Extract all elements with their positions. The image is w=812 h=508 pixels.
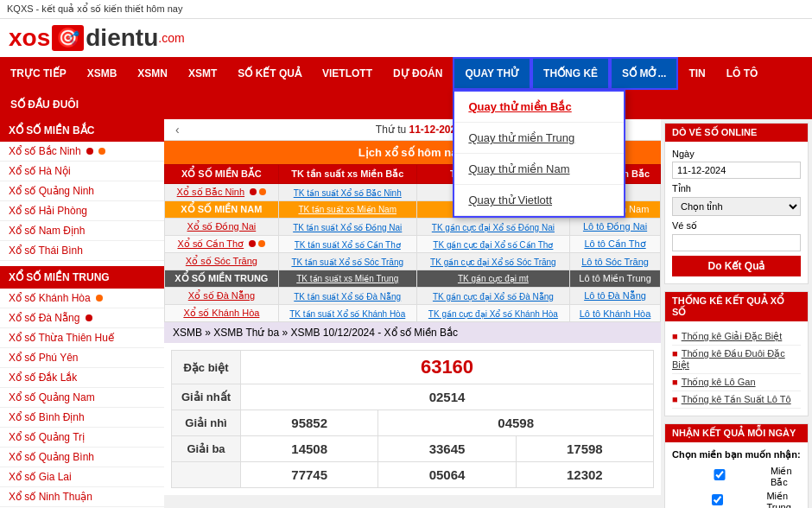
nav-xsmt[interactable]: XSMT bbox=[178, 57, 227, 90]
sidebar-item-hue[interactable]: Xổ số Thừa Thiên Huế bbox=[0, 328, 164, 348]
cell-can-tho-tk2[interactable]: TK gần cực đại Xổ số Cần Thơ bbox=[416, 236, 569, 253]
sidebar-item-gia-lai[interactable]: Xổ số Gia Lai bbox=[0, 467, 164, 487]
cell-bac-ninh-tk1[interactable]: TK tần suất Xổ số Bắc Ninh bbox=[278, 184, 416, 201]
dropdown-quay-thu-mien-trung[interactable]: Quay thử miền Trung bbox=[454, 123, 624, 154]
cell-dong-nai-tk1[interactable]: TK tần suất Xổ số Đồng Nai bbox=[278, 219, 416, 236]
cell-da-nang-loto[interactable]: Lô tô Đà Nẵng bbox=[570, 288, 661, 305]
cell-can-tho-tk1[interactable]: TK tần suất Xổ số Cần Thơ bbox=[278, 236, 416, 253]
sidebar-item-quang-binh[interactable]: Xổ số Quảng Bình bbox=[0, 448, 164, 467]
thong-ke-item-2[interactable]: Thống kê Đầu Đuôi Đặc Biệt bbox=[672, 346, 801, 374]
thong-ke-item-1[interactable]: Thống kê Giải Đặc Biệt bbox=[672, 328, 801, 346]
sidebar-item-quang-ninh[interactable]: Xổ số Quảng Ninh bbox=[0, 181, 164, 201]
nav-so-ket-qua[interactable]: SỐ KẾT QUẢ bbox=[227, 57, 312, 90]
cell-soc-trang-name: Xổ số Sóc Trăng bbox=[165, 253, 279, 270]
sidebar-item-quang-nam[interactable]: Xổ số Quảng Nam bbox=[0, 388, 164, 408]
quay-thu-dropdown: Quay thử miền Bắc Quay thử miền Trung Qu… bbox=[453, 90, 625, 218]
cell-soc-trang-tk1[interactable]: TK tần suất Xổ số Sóc Trăng bbox=[278, 253, 416, 270]
prize-label-special: Đặc biệt bbox=[172, 351, 241, 384]
cell-da-nang-tk2[interactable]: TK gần cực đại Xổ số Đà Nẵng bbox=[416, 288, 569, 305]
page-title: KQXS - kết quả xổ số kiến thiết hôm nay bbox=[7, 3, 182, 14]
sidebar-item-bac-ninh[interactable]: Xổ số Bắc Ninh bbox=[0, 142, 164, 162]
tinh-select[interactable]: Chọn tỉnh bbox=[672, 197, 801, 216]
prize-table: Đặc biệt 63160 Giải nhất 02514 Giải nhì … bbox=[171, 350, 654, 488]
checkbox-mien-bac[interactable]: Miền Bắc bbox=[672, 466, 801, 488]
sidebar-item-ninh-thuan[interactable]: Xổ số Ninh Thuận bbox=[0, 487, 164, 507]
dropdown-quay-thu-mien-nam[interactable]: Quay thử miền Nam bbox=[454, 154, 624, 185]
dropdown-quay-thu-mien-bac[interactable]: Quay thử miền Bắc bbox=[454, 92, 624, 123]
cell-da-nang-tk1[interactable]: TK tần suất Xổ số Đà Nẵng bbox=[278, 288, 416, 305]
section-trung-loto: Lô tô Miền Trung bbox=[570, 270, 661, 288]
nav-du-doan[interactable]: DỰ ĐOÁN bbox=[383, 57, 453, 90]
prize-value-2b: 04598 bbox=[378, 410, 654, 436]
nav-truc-tiep[interactable]: TRỰC TIẾP bbox=[0, 57, 77, 90]
cell-bac-ninh-name: Xổ số Bắc Ninh bbox=[165, 184, 279, 201]
section-trung-tk1[interactable]: TK tần suất xs Miền Trung bbox=[278, 270, 416, 288]
prize-value-3d: 77745 bbox=[241, 462, 378, 488]
prize-label-3b bbox=[172, 462, 241, 488]
ngay-input[interactable] bbox=[672, 162, 801, 179]
sidebar-item-ha-noi[interactable]: Xổ số Hà Nội bbox=[0, 162, 164, 181]
cell-can-tho-loto[interactable]: Lô tô Cần Thơ bbox=[570, 236, 661, 253]
logo-bar: xos 🎯 dientu .com bbox=[0, 19, 812, 57]
section-nam-name: XỔ SỐ MIỀN NAM bbox=[165, 201, 279, 219]
nav-tin[interactable]: TIN bbox=[678, 57, 715, 90]
table-row-can-tho[interactable]: Xổ số Cần Thơ TK tần suất Xổ số Cần Thơ … bbox=[165, 236, 661, 253]
section-trung-name: XỔ SỐ MIỀN TRUNG bbox=[165, 270, 279, 288]
nav-vietlott[interactable]: VIETLOTT bbox=[312, 57, 383, 90]
sidebar-item-hai-phong[interactable]: Xổ số Hải Phòng bbox=[0, 201, 164, 221]
nav-so-mo[interactable]: SỐ MỞ... bbox=[610, 57, 678, 90]
chevron-left-icon[interactable]: ‹ bbox=[171, 123, 184, 137]
dot-orange-1 bbox=[98, 148, 105, 155]
sidebar-item-binh-dinh[interactable]: Xổ số Bình Định bbox=[0, 408, 164, 428]
nhan-kq-title: NHẬN KẾT QUẢ MỖI NGÀY bbox=[665, 424, 808, 442]
cell-khanh-hoa-tk2[interactable]: TK gần cực đại Xổ số Khánh Hòa bbox=[416, 305, 569, 322]
prize-value-3c: 17598 bbox=[516, 436, 653, 462]
prize-label-1: Giải nhất bbox=[172, 384, 241, 410]
prize-value-3e: 05064 bbox=[378, 462, 516, 488]
tinh-label: Tỉnh bbox=[672, 183, 801, 194]
left-sidebar: XỔ SỐ MIỀN BẮC Xổ số Bắc Ninh Xổ số Hà N… bbox=[0, 119, 164, 508]
sidebar-mien-bac-title: XỔ SỐ MIỀN BẮC bbox=[0, 119, 164, 142]
section-trung-tk2[interactable]: TK gần cực đại mt bbox=[416, 270, 569, 288]
cell-soc-trang-loto[interactable]: Lô tô Sóc Trăng bbox=[570, 253, 661, 270]
nav-xsmn[interactable]: XSMN bbox=[127, 57, 178, 90]
ngay-label: Ngày bbox=[672, 149, 801, 159]
prize-row-3: Giải ba 14508 33645 17598 bbox=[172, 436, 654, 462]
ve-so-input[interactable] bbox=[672, 234, 801, 251]
cell-dong-nai-loto[interactable]: Lô tô Đồng Nai bbox=[570, 219, 661, 236]
cell-dong-nai-tk2[interactable]: TK gần cực đại Xổ số Đồng Nai bbox=[416, 219, 569, 236]
sidebar-item-nam-dinh[interactable]: Xổ số Nam Định bbox=[0, 221, 164, 241]
sidebar-item-thai-binh[interactable]: Xổ số Thái Bình bbox=[0, 241, 164, 261]
cell-khanh-hoa-loto[interactable]: Lô tô Khánh Hòa bbox=[570, 305, 661, 322]
sidebar-item-quang-tri[interactable]: Xổ số Quảng Trị bbox=[0, 428, 164, 448]
nav-quay-thu[interactable]: QUAY THỬ bbox=[453, 57, 531, 90]
logo-dientu: dientu bbox=[86, 24, 158, 52]
thong-ke-item-3[interactable]: Thống kê Lô Gan bbox=[672, 374, 801, 391]
dot-orange-2 bbox=[96, 295, 103, 302]
table-row-soc-trang[interactable]: Xổ số Sóc Trăng TK tần suất Xổ số Sóc Tr… bbox=[165, 253, 661, 270]
sidebar-mien-trung-title: XỔ SỐ MIỀN TRUNG bbox=[0, 266, 164, 289]
nav-lo-to[interactable]: LÔ TÔ bbox=[716, 57, 769, 90]
breadcrumb-text: XSMB » XSMB Thứ ba » XSMB 10/12/2024 - X… bbox=[173, 327, 458, 339]
nav-xsmb[interactable]: XSMB bbox=[77, 57, 128, 90]
cell-dong-nai-name: Xổ số Đồng Nai bbox=[165, 219, 279, 236]
nhan-kq-sub: Chọn miền bạn muốn nhận: bbox=[672, 449, 801, 460]
thong-ke-item-4[interactable]: Thống kê Tần Suất Lô Tô bbox=[672, 391, 801, 409]
cell-soc-trang-tk2[interactable]: TK gần cực đại Xổ số Sóc Trăng bbox=[416, 253, 569, 270]
nav-thong-ke[interactable]: THỐNG KÊ bbox=[531, 57, 610, 90]
table-row-khanh-hoa[interactable]: Xổ số Khánh Hòa TK tần suất Xổ số Khánh … bbox=[165, 305, 661, 322]
sidebar-item-da-nang[interactable]: Xổ số Đà Nẵng bbox=[0, 308, 164, 328]
sidebar-item-dak-lak[interactable]: Xổ số Đắk Lắk bbox=[0, 368, 164, 388]
col-header-tk1: TK tần suất xs Miền Bắc bbox=[278, 165, 416, 184]
checkbox-mien-trung[interactable]: Miền Trung bbox=[672, 491, 801, 508]
do-ket-qua-button[interactable]: Do Kết Quả bbox=[672, 256, 801, 276]
nav-so-dau-duoi[interactable]: SỐ ĐẦU ĐUÔI bbox=[0, 90, 89, 119]
section-nam-tk1[interactable]: TK tần suất xs Miền Nam bbox=[278, 201, 416, 219]
table-row-dong-nai[interactable]: Xổ số Đồng Nai TK tần suất Xổ số Đồng Na… bbox=[165, 219, 661, 236]
dropdown-quay-thu-vietlott[interactable]: Quay thử Vietlott bbox=[454, 185, 624, 216]
table-row-da-nang[interactable]: Xổ số Đà Nẵng TK tần suất Xổ số Đà Nẵng … bbox=[165, 288, 661, 305]
sidebar-item-khanh-hoa[interactable]: Xổ số Khánh Hòa bbox=[0, 289, 164, 308]
logo-xos: xos bbox=[9, 24, 50, 52]
cell-khanh-hoa-tk1[interactable]: TK tần suất Xổ số Khánh Hòa bbox=[278, 305, 416, 322]
sidebar-item-phu-yen[interactable]: Xổ số Phú Yên bbox=[0, 348, 164, 368]
